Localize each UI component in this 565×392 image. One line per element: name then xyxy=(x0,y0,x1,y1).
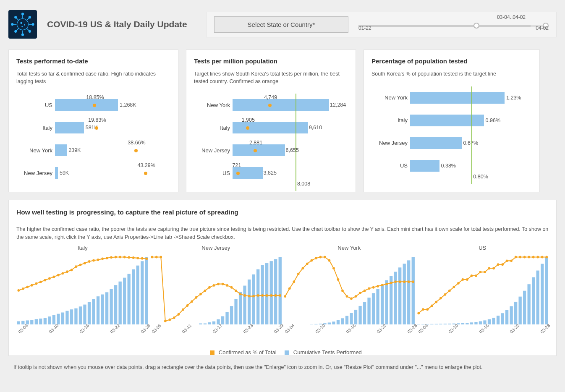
small-multiples[interactable]: Italy 03-0403-1003-1603-2203-28New Jerse… xyxy=(16,245,549,336)
confirmed-value: 721 xyxy=(233,162,241,168)
svg-point-196 xyxy=(399,280,401,283)
svg-point-19 xyxy=(21,26,23,27)
svg-point-127 xyxy=(226,284,228,286)
svg-rect-20 xyxy=(17,321,20,324)
svg-point-71 xyxy=(110,256,112,259)
svg-point-183 xyxy=(341,289,344,292)
confirmed-value: 1,905 xyxy=(242,117,255,123)
bar-label: New Jersey xyxy=(194,147,233,154)
virus-icon xyxy=(8,10,37,39)
card-testing-progress: How well testing is progressing, to capt… xyxy=(8,200,557,356)
svg-rect-39 xyxy=(101,294,104,324)
bar-row: Italy 0.96% xyxy=(371,109,532,132)
svg-point-199 xyxy=(412,280,414,283)
svg-point-68 xyxy=(97,258,99,261)
svg-rect-41 xyxy=(110,289,112,324)
svg-point-18 xyxy=(24,24,25,25)
mini-ticks: 03-0403-1003-1603-2203-28 xyxy=(416,325,549,336)
bar-row: Italy 581K 19.83% xyxy=(16,116,170,139)
mini-panel: New Jersey 03-0503-1103-1703-2303-29 xyxy=(150,245,282,336)
date-range-slider[interactable]: 03-04..04-02 01-22 04-02 xyxy=(358,18,549,30)
tick-label: 03-22 xyxy=(109,324,119,334)
mini-plot[interactable] xyxy=(416,253,549,325)
svg-point-254 xyxy=(523,256,526,258)
slider-handle-start[interactable] xyxy=(473,23,479,29)
bar-chart-tests-per-million[interactable]: New York 12,284 4,749 Italy 9,610 1,905 … xyxy=(194,94,348,184)
svg-point-14 xyxy=(15,31,16,32)
bar-value: 3,825 xyxy=(264,170,277,176)
header: COVID-19 US & Italy Daily Update Select … xyxy=(0,0,565,42)
svg-point-238 xyxy=(453,285,455,288)
svg-point-72 xyxy=(115,256,117,258)
svg-point-132 xyxy=(248,295,250,297)
svg-rect-159 xyxy=(367,298,370,324)
svg-point-112 xyxy=(160,256,162,258)
bar-row: US 3,825 721 xyxy=(194,162,348,184)
svg-point-8 xyxy=(32,24,34,25)
tick-label: 03-23 xyxy=(242,324,252,334)
legend-label-confirmed: Confirmed as % of Total xyxy=(219,349,277,355)
bar-chart-tests-to-date[interactable]: US 1,268K 18.85% Italy 581K 19.83% New Y… xyxy=(16,94,170,184)
svg-rect-100 xyxy=(238,292,241,324)
svg-point-193 xyxy=(385,282,388,285)
bar-row: New York 239K 38.66% xyxy=(16,139,170,162)
svg-rect-153 xyxy=(341,318,344,324)
bar-chart-pct-tested[interactable]: New York 1.23% Italy 0.96% New Jersey 0.… xyxy=(371,86,532,177)
svg-rect-45 xyxy=(127,274,130,324)
svg-point-180 xyxy=(328,259,331,261)
svg-point-179 xyxy=(324,256,326,258)
mini-plot[interactable] xyxy=(150,253,282,325)
svg-point-241 xyxy=(466,278,468,281)
card-title: Percentage of population tested xyxy=(371,57,532,65)
svg-point-176 xyxy=(311,259,313,261)
target-value: 0.80% xyxy=(473,174,488,180)
svg-point-122 xyxy=(204,289,206,292)
mini-panel: US 03-0403-1003-1603-2203-28 xyxy=(416,245,549,336)
svg-point-258 xyxy=(541,256,543,258)
svg-point-76 xyxy=(132,256,135,259)
bar-value: 9,610 xyxy=(309,125,322,131)
svg-point-194 xyxy=(390,282,392,284)
svg-rect-38 xyxy=(97,296,99,324)
svg-point-240 xyxy=(461,278,464,281)
ratio-dot xyxy=(144,172,147,175)
footer-note: If tooltip is not shown when you mouse o… xyxy=(0,356,565,370)
svg-rect-44 xyxy=(123,277,126,324)
svg-point-135 xyxy=(261,294,264,297)
svg-point-170 xyxy=(284,295,286,298)
tick-label: 03-28 xyxy=(406,324,416,334)
mini-ticks: 03-0403-1003-1603-2203-28 xyxy=(283,325,416,336)
svg-rect-161 xyxy=(376,289,379,324)
svg-rect-207 xyxy=(448,324,451,324)
bar-row: US 1,268K 18.85% xyxy=(16,94,170,116)
ratio-dot xyxy=(134,149,138,152)
svg-point-123 xyxy=(208,286,211,288)
svg-point-4 xyxy=(22,34,24,35)
svg-rect-213 xyxy=(474,322,477,324)
svg-rect-92 xyxy=(203,323,206,324)
select-state-button[interactable]: Select State or Country* xyxy=(214,16,348,33)
svg-rect-104 xyxy=(256,269,259,324)
svg-rect-204 xyxy=(434,324,437,324)
svg-point-61 xyxy=(66,270,68,273)
svg-rect-222 xyxy=(514,301,517,324)
ratio-value: 43.29% xyxy=(137,162,155,168)
mini-plot[interactable] xyxy=(283,253,416,325)
card-title: How well testing is progressing, to capt… xyxy=(16,209,549,216)
svg-point-257 xyxy=(536,256,539,258)
svg-point-197 xyxy=(403,280,405,283)
svg-point-6 xyxy=(11,24,13,25)
tick-label: 03-04 xyxy=(17,324,27,334)
svg-rect-226 xyxy=(532,277,535,324)
card-sub: The higher the confirmed case ratio, the… xyxy=(16,225,549,241)
mini-plot[interactable] xyxy=(16,253,149,325)
legend-label-tests: Cumulative Tests Performed xyxy=(293,349,362,355)
svg-rect-40 xyxy=(105,292,108,324)
bar-row: US 0.38% xyxy=(371,154,532,177)
svg-rect-167 xyxy=(403,264,406,324)
svg-point-110 xyxy=(151,256,153,258)
svg-point-56 xyxy=(44,279,47,281)
svg-rect-229 xyxy=(545,257,548,324)
svg-rect-160 xyxy=(372,293,375,324)
svg-point-243 xyxy=(475,274,477,277)
